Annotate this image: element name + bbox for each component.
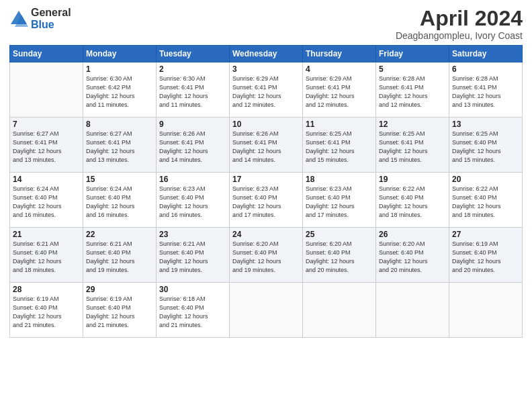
day-number: 15 — [86, 175, 153, 184]
day-number: 27 — [452, 230, 519, 239]
day-cell: 12Sunrise: 6:25 AM Sunset: 6:41 PM Dayli… — [376, 118, 449, 173]
day-cell — [376, 283, 449, 338]
day-cell: 19Sunrise: 6:22 AM Sunset: 6:40 PM Dayli… — [376, 173, 449, 228]
day-number: 9 — [159, 120, 226, 129]
day-info: Sunrise: 6:22 AM Sunset: 6:40 PM Dayligh… — [379, 185, 446, 220]
logo-general-text: General — [31, 7, 71, 19]
day-info: Sunrise: 6:25 AM Sunset: 6:41 PM Dayligh… — [306, 130, 373, 165]
day-info: Sunrise: 6:20 AM Sunset: 6:40 PM Dayligh… — [232, 240, 300, 275]
day-cell: 29Sunrise: 6:19 AM Sunset: 6:40 PM Dayli… — [83, 283, 157, 338]
page: General Blue April 2024 Deagbangompleu, … — [0, 0, 532, 411]
day-info: Sunrise: 6:20 AM Sunset: 6:40 PM Dayligh… — [306, 240, 373, 275]
col-tuesday: Tuesday — [157, 46, 230, 62]
day-cell: 9Sunrise: 6:26 AM Sunset: 6:41 PM Daylig… — [157, 118, 230, 173]
col-thursday: Thursday — [303, 46, 376, 62]
day-info: Sunrise: 6:20 AM Sunset: 6:40 PM Dayligh… — [379, 240, 446, 275]
subtitle: Deagbangompleu, Ivory Coast — [396, 30, 523, 41]
day-cell: 3Sunrise: 6:29 AM Sunset: 6:41 PM Daylig… — [230, 62, 303, 118]
day-info: Sunrise: 6:23 AM Sunset: 6:40 PM Dayligh… — [306, 185, 373, 220]
day-info: Sunrise: 6:30 AM Sunset: 6:41 PM Dayligh… — [159, 75, 226, 109]
logo-blue-text: Blue — [31, 19, 71, 31]
day-cell: 7Sunrise: 6:27 AM Sunset: 6:41 PM Daylig… — [10, 118, 83, 173]
day-cell: 16Sunrise: 6:23 AM Sunset: 6:40 PM Dayli… — [157, 173, 230, 228]
day-cell — [449, 283, 523, 338]
day-cell: 26Sunrise: 6:20 AM Sunset: 6:40 PM Dayli… — [376, 228, 449, 283]
day-number: 29 — [86, 285, 153, 294]
day-cell: 1Sunrise: 6:30 AM Sunset: 6:42 PM Daylig… — [83, 62, 157, 118]
day-info: Sunrise: 6:26 AM Sunset: 6:41 PM Dayligh… — [159, 130, 226, 165]
day-number: 21 — [13, 230, 80, 239]
day-cell: 15Sunrise: 6:24 AM Sunset: 6:40 PM Dayli… — [83, 173, 157, 228]
day-number: 12 — [379, 120, 446, 129]
day-cell: 23Sunrise: 6:21 AM Sunset: 6:40 PM Dayli… — [157, 228, 230, 283]
calendar-body: 1Sunrise: 6:30 AM Sunset: 6:42 PM Daylig… — [10, 62, 523, 338]
day-info: Sunrise: 6:25 AM Sunset: 6:41 PM Dayligh… — [379, 130, 446, 165]
day-info: Sunrise: 6:23 AM Sunset: 6:40 PM Dayligh… — [232, 185, 300, 220]
day-number: 18 — [306, 175, 373, 184]
day-info: Sunrise: 6:27 AM Sunset: 6:41 PM Dayligh… — [13, 130, 80, 165]
day-number: 2 — [159, 64, 226, 74]
day-number: 7 — [13, 120, 80, 129]
day-cell: 10Sunrise: 6:26 AM Sunset: 6:41 PM Dayli… — [230, 118, 303, 173]
day-cell — [303, 283, 376, 338]
day-cell: 27Sunrise: 6:19 AM Sunset: 6:40 PM Dayli… — [449, 228, 523, 283]
day-info: Sunrise: 6:21 AM Sunset: 6:40 PM Dayligh… — [13, 240, 80, 275]
day-cell: 24Sunrise: 6:20 AM Sunset: 6:40 PM Dayli… — [230, 228, 303, 283]
day-cell: 22Sunrise: 6:21 AM Sunset: 6:40 PM Dayli… — [83, 228, 157, 283]
day-number: 10 — [232, 120, 300, 129]
logo-text: General Blue — [31, 7, 71, 30]
day-number: 17 — [232, 175, 300, 184]
day-cell — [230, 283, 303, 338]
day-info: Sunrise: 6:19 AM Sunset: 6:40 PM Dayligh… — [13, 295, 80, 330]
day-number: 25 — [306, 230, 373, 239]
day-info: Sunrise: 6:23 AM Sunset: 6:40 PM Dayligh… — [159, 185, 226, 220]
title-block: April 2024 Deagbangompleu, Ivory Coast — [396, 7, 523, 41]
day-info: Sunrise: 6:29 AM Sunset: 6:41 PM Dayligh… — [232, 75, 300, 109]
day-number: 23 — [159, 230, 226, 239]
day-info: Sunrise: 6:18 AM Sunset: 6:40 PM Dayligh… — [159, 295, 226, 330]
day-cell: 17Sunrise: 6:23 AM Sunset: 6:40 PM Dayli… — [230, 173, 303, 228]
day-info: Sunrise: 6:21 AM Sunset: 6:40 PM Dayligh… — [86, 240, 153, 275]
day-number: 8 — [86, 120, 153, 129]
day-cell: 2Sunrise: 6:30 AM Sunset: 6:41 PM Daylig… — [157, 62, 230, 118]
day-number: 11 — [306, 120, 373, 129]
day-number: 14 — [13, 175, 80, 184]
day-number: 16 — [159, 175, 226, 184]
day-info: Sunrise: 6:21 AM Sunset: 6:40 PM Dayligh… — [159, 240, 226, 275]
day-cell: 11Sunrise: 6:25 AM Sunset: 6:41 PM Dayli… — [303, 118, 376, 173]
day-cell — [10, 62, 83, 118]
day-number: 26 — [379, 230, 446, 239]
day-info: Sunrise: 6:24 AM Sunset: 6:40 PM Dayligh… — [86, 185, 153, 220]
day-number: 5 — [379, 64, 446, 74]
day-cell: 21Sunrise: 6:21 AM Sunset: 6:40 PM Dayli… — [10, 228, 83, 283]
day-number: 4 — [306, 64, 373, 74]
day-info: Sunrise: 6:19 AM Sunset: 6:40 PM Dayligh… — [452, 240, 519, 275]
day-info: Sunrise: 6:22 AM Sunset: 6:40 PM Dayligh… — [452, 185, 519, 220]
day-number: 1 — [86, 64, 153, 74]
week-row-5: 28Sunrise: 6:19 AM Sunset: 6:40 PM Dayli… — [10, 283, 523, 338]
day-cell: 28Sunrise: 6:19 AM Sunset: 6:40 PM Dayli… — [10, 283, 83, 338]
day-cell: 6Sunrise: 6:28 AM Sunset: 6:41 PM Daylig… — [449, 62, 523, 118]
day-number: 28 — [13, 285, 80, 294]
header-row: Sunday Monday Tuesday Wednesday Thursday… — [10, 46, 523, 62]
day-number: 24 — [232, 230, 300, 239]
logo-icon — [9, 9, 28, 28]
main-title: April 2024 — [396, 7, 523, 30]
day-cell: 13Sunrise: 6:25 AM Sunset: 6:40 PM Dayli… — [449, 118, 523, 173]
day-info: Sunrise: 6:19 AM Sunset: 6:40 PM Dayligh… — [86, 295, 153, 330]
day-info: Sunrise: 6:24 AM Sunset: 6:40 PM Dayligh… — [13, 185, 80, 220]
day-number: 20 — [452, 175, 519, 184]
day-cell: 8Sunrise: 6:27 AM Sunset: 6:41 PM Daylig… — [83, 118, 157, 173]
col-saturday: Saturday — [449, 46, 523, 62]
day-cell: 20Sunrise: 6:22 AM Sunset: 6:40 PM Dayli… — [449, 173, 523, 228]
calendar-header: Sunday Monday Tuesday Wednesday Thursday… — [10, 46, 523, 62]
day-cell: 25Sunrise: 6:20 AM Sunset: 6:40 PM Dayli… — [303, 228, 376, 283]
week-row-1: 1Sunrise: 6:30 AM Sunset: 6:42 PM Daylig… — [10, 62, 523, 118]
day-number: 3 — [232, 64, 300, 74]
day-info: Sunrise: 6:27 AM Sunset: 6:41 PM Dayligh… — [86, 130, 153, 165]
day-info: Sunrise: 6:26 AM Sunset: 6:41 PM Dayligh… — [232, 130, 300, 165]
day-cell: 4Sunrise: 6:29 AM Sunset: 6:41 PM Daylig… — [303, 62, 376, 118]
day-cell: 14Sunrise: 6:24 AM Sunset: 6:40 PM Dayli… — [10, 173, 83, 228]
week-row-3: 14Sunrise: 6:24 AM Sunset: 6:40 PM Dayli… — [10, 173, 523, 228]
col-wednesday: Wednesday — [230, 46, 303, 62]
